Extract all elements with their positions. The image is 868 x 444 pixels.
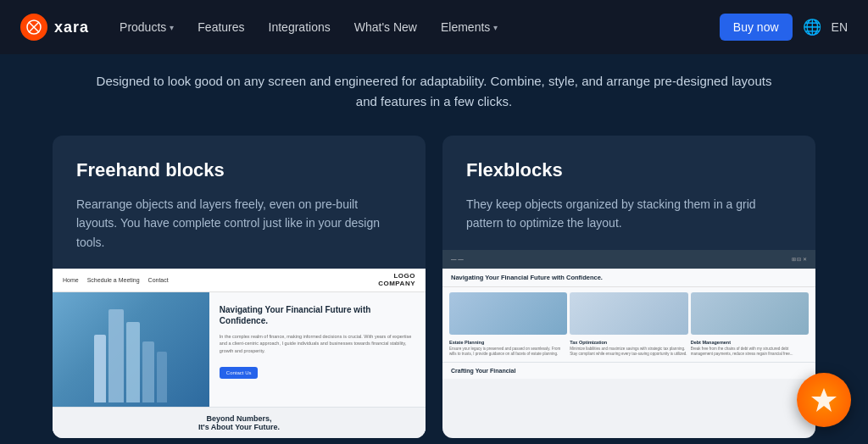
flexblocks-card-content: Flexblocks They keep objects organized b… [442, 136, 815, 250]
flexblocks-header-label: — — [451, 256, 464, 262]
flexblocks-description: They keep objects organized by stacking … [466, 195, 792, 233]
freehand-title: Freehand blocks [76, 159, 402, 181]
logo-text: xara [54, 19, 89, 36]
building-shapes [94, 309, 167, 407]
freehand-card-content: Freehand blocks Rearrange objects and la… [53, 136, 426, 269]
chevron-down-icon-elements: ▾ [493, 23, 498, 32]
preview-caption: Beyond Numbers,It's About Your Future. [53, 407, 426, 438]
subtitle-text: Designed to look good on any screen and … [34, 54, 834, 136]
cards-row: Freehand blocks Rearrange objects and la… [34, 136, 834, 438]
preview-nav-contact: Contact [148, 277, 169, 283]
logo-icon [20, 14, 47, 41]
freehand-blocks-card: Freehand blocks Rearrange objects and la… [53, 136, 426, 438]
preview-body: Navigating Your Financial Future with Co… [53, 292, 426, 407]
preview-text-column: Navigating Your Financial Future with Co… [209, 292, 426, 407]
flexblocks-preview-footer: Crafting Your Financial [442, 362, 815, 379]
flex-section-3-title: Debt Management [691, 340, 809, 345]
preview-headline: Navigating Your Financial Future with Co… [220, 304, 415, 326]
language-label[interactable]: EN [832, 20, 848, 34]
nav-item-whats-new[interactable]: What's New [344, 14, 427, 41]
flex-section-1-text: Ensure your legacy is preserved and pass… [449, 347, 567, 358]
preview-body-text: In the complex realm of finance, making … [220, 333, 415, 354]
globe-icon[interactable]: 🌐 [803, 18, 821, 36]
preview-site-logo: LOGOCOMPANY [378, 273, 415, 288]
freehand-description: Rearrange objects and layers freely, eve… [76, 195, 402, 252]
preview-navbar: Home Schedule a Meeting Contact LOGOCOMP… [53, 269, 426, 292]
preview-image-column [53, 292, 209, 407]
flex-section-1: Estate Planning Ensure your legacy is pr… [449, 340, 567, 358]
flex-image-1 [449, 292, 567, 335]
nav-item-elements[interactable]: Elements ▾ [431, 14, 508, 41]
buy-now-button[interactable]: Buy now [720, 14, 793, 41]
chevron-down-icon: ▾ [170, 23, 174, 32]
nav-items: Products ▾ Features Integrations What's … [109, 14, 713, 41]
flexblocks-card: Flexblocks They keep objects organized b… [442, 136, 815, 438]
flexblocks-preview-title: Navigating Your Financial Future with Co… [442, 269, 815, 287]
building-3 [126, 322, 140, 402]
flex-section-2-title: Tax Optimization [570, 340, 687, 345]
freehand-preview: Home Schedule a Meeting Contact LOGOCOMP… [53, 269, 426, 438]
flex-section-1-title: Estate Planning [449, 340, 567, 345]
flexblocks-preview-header: — — ⊞ ⊟ ✕ [442, 250, 815, 269]
flex-section-3-text: Break free from the chains of debt with … [691, 347, 809, 358]
flex-image-2 [570, 292, 687, 335]
building-1 [94, 335, 106, 402]
svg-marker-3 [811, 388, 837, 412]
nav-item-products[interactable]: Products ▾ [109, 14, 184, 41]
nav-item-integrations[interactable]: Integrations [259, 14, 341, 41]
building-4 [142, 341, 154, 402]
preview-cta-button: Contact Us [220, 367, 259, 379]
nav-item-features[interactable]: Features [187, 14, 254, 41]
flexblocks-header-right: ⊞ ⊟ ✕ [792, 257, 807, 262]
navigation: xara Products ▾ Features Integrations Wh… [0, 0, 868, 54]
flex-section-2-text: Minimize liabilities and maximize saving… [570, 347, 687, 358]
flexblocks-preview: — — ⊞ ⊟ ✕ Navigating Your Financial Futu… [442, 250, 815, 438]
flex-section-3: Debt Management Break free from the chai… [691, 340, 809, 358]
preview-nav-schedule: Schedule a Meeting [87, 277, 140, 283]
flexblocks-image-row [442, 287, 815, 340]
flexblocks-sections: Estate Planning Ensure your legacy is pr… [442, 340, 815, 363]
badge-circle[interactable] [797, 373, 851, 427]
main-content: Designed to look good on any screen and … [0, 54, 868, 444]
preview-nav-home: Home [63, 277, 79, 283]
flex-image-3 [691, 292, 809, 335]
flex-section-2: Tax Optimization Minimize liabilities an… [570, 340, 687, 358]
logo[interactable]: xara [20, 14, 89, 41]
building-2 [108, 309, 124, 402]
nav-right: Buy now 🌐 EN [720, 14, 848, 41]
building-5 [157, 352, 167, 402]
flexblocks-title: Flexblocks [466, 159, 792, 181]
